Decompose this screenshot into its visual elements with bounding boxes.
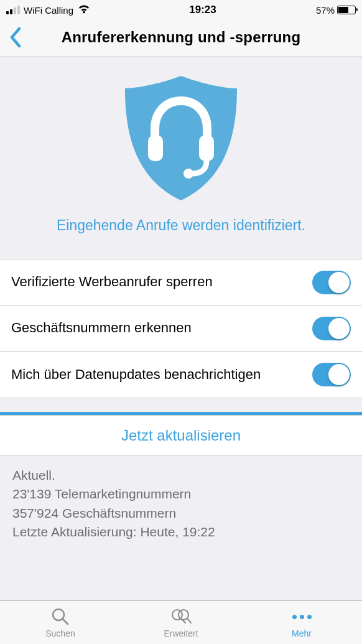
page-title: Anrufererkennung und -sperrung	[0, 29, 362, 46]
tab-label: Erweitert	[164, 628, 198, 638]
svg-rect-1	[199, 135, 214, 161]
wifi-icon	[77, 3, 90, 17]
nav-header: Anrufererkennung und -sperrung	[0, 17, 362, 57]
svg-line-4	[63, 619, 68, 624]
tab-more[interactable]: Mehr	[241, 601, 362, 644]
toggle-notify-updates[interactable]	[312, 363, 351, 386]
tab-label: Suchen	[45, 628, 75, 638]
battery-icon	[337, 6, 356, 14]
setting-block-spam: Verifizierte Werbeanrufer sperren	[0, 259, 362, 306]
svg-rect-0	[148, 135, 163, 161]
signal-strength-icon	[6, 6, 20, 14]
carrier-label: WiFi Calling	[24, 5, 73, 16]
more-icon	[292, 607, 312, 627]
status-bar: WiFi Calling 19:23 57%	[0, 0, 362, 17]
tab-bar: Suchen Erweitert Mehr	[0, 600, 362, 644]
shield-headset-icon	[119, 73, 243, 203]
status-line: Letzte Aktualisierung: Heute, 19:22	[12, 523, 350, 541]
tab-advanced[interactable]: Erweitert	[121, 601, 241, 644]
database-status: Aktuell. 23'139 Telemarketingnummern 357…	[0, 456, 362, 552]
hero-section: Eingehende Anrufe werden identifiziert.	[0, 57, 362, 259]
setting-detect-business: Geschäftsnummern erkennen	[0, 306, 362, 352]
status-line: Aktuell.	[12, 466, 350, 485]
status-left: WiFi Calling	[6, 3, 90, 17]
setting-label: Verifizierte Werbeanrufer sperren	[11, 273, 220, 291]
search-icon	[51, 607, 70, 627]
update-now-button[interactable]: Jetzt aktualisieren	[0, 415, 362, 456]
hero-status-text: Eingehende Anrufe werden identifiziert.	[12, 217, 350, 234]
advanced-search-icon	[170, 607, 192, 627]
battery-percent: 57%	[316, 5, 335, 16]
setting-notify-updates: Mich über Datenupdates benachrichtigen	[0, 352, 362, 398]
tab-search[interactable]: Suchen	[0, 601, 121, 644]
tab-label: Mehr	[292, 628, 312, 638]
status-line: 357'924 Geschäftsnummern	[12, 504, 350, 523]
toggle-block-spam[interactable]	[312, 271, 351, 294]
status-right: 57%	[316, 5, 356, 16]
toggle-detect-business[interactable]	[312, 317, 351, 340]
svg-line-8	[187, 618, 191, 623]
setting-label: Mich über Datenupdates benachrichtigen	[11, 366, 268, 384]
svg-point-2	[183, 169, 193, 179]
settings-group: Verifizierte Werbeanrufer sperren Geschä…	[0, 259, 362, 398]
setting-label: Geschäftsnummern erkennen	[11, 319, 199, 337]
clock: 19:23	[189, 4, 216, 16]
status-line: 23'139 Telemarketingnummern	[12, 485, 350, 503]
